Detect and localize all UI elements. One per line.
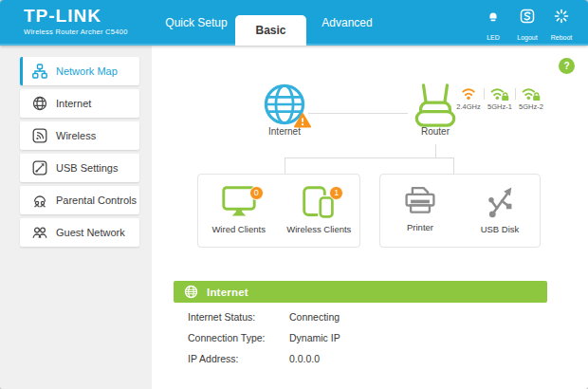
usb-disk-item[interactable]: USB Disk — [460, 185, 540, 247]
row-label: Internet Status: — [188, 311, 289, 323]
sidebar-item-wireless[interactable]: Wireless — [20, 121, 139, 150]
router-node-label: Router — [390, 126, 481, 137]
brand-block: TP-LINK Wireless Router Archer C5400 — [24, 7, 128, 36]
band-5ghz-2: 5GHz-2 — [517, 86, 545, 111]
usb-disk-icon — [484, 185, 516, 219]
reboot-icon — [554, 9, 569, 24]
main-tabs: Quick Setup Basic Advanced — [157, 0, 388, 46]
wired-clients-count-badge: 0 — [249, 186, 264, 200]
header-actions: LED Logout Reboot — [476, 0, 579, 46]
printer-item[interactable]: Printer — [380, 185, 460, 247]
led-icon — [486, 9, 501, 24]
led-label: LED — [476, 34, 510, 41]
internet-node[interactable] — [263, 83, 306, 126]
band-divider — [484, 88, 485, 100]
internet-node-label: Internet — [235, 126, 334, 137]
logout-label: Logout — [510, 34, 544, 41]
sidebar-item-label: Parental Controls — [56, 194, 137, 206]
line-router-stub — [435, 144, 436, 157]
band-divider — [515, 88, 516, 100]
peripherals-card: Printer USB Disk — [379, 174, 541, 248]
network-map-icon — [32, 64, 47, 79]
printer-icon — [403, 185, 437, 217]
band-label: 2.4GHz — [454, 102, 483, 111]
internet-status-value: Connecting — [289, 311, 340, 323]
usb-disk-label: USB Disk — [460, 224, 540, 234]
parental-controls-icon — [32, 193, 47, 208]
internet-panel-header: Internet — [174, 281, 547, 303]
band-5ghz-1: 5GHz-1 — [486, 86, 514, 111]
internet-status-row: Internet Status: Connecting — [188, 306, 548, 327]
reboot-button[interactable]: Reboot — [544, 0, 579, 46]
router-icon — [413, 83, 457, 128]
logout-button[interactable]: Logout — [510, 0, 544, 46]
connection-type-value: Dynamic IP — [289, 332, 340, 343]
reboot-label: Reboot — [544, 34, 579, 41]
network-map-panel: ? Internet — [152, 46, 588, 389]
sidebar-item-parental-controls[interactable]: Parental Controls — [20, 186, 139, 214]
sidebar-item-label: Network Map — [56, 65, 118, 77]
band-label: 5GHz-2 — [517, 102, 545, 111]
wired-clients-label: Wired Clients — [199, 224, 279, 234]
sidebar-item-label: Wireless — [56, 130, 96, 141]
led-button[interactable]: LED — [476, 0, 510, 46]
wireless-bands: 2.4GHz 5GHz-1 — [454, 86, 545, 111]
device-model-subtitle: Wireless Router Archer C5400 — [24, 28, 128, 36]
wired-clients-item[interactable]: 0 Wired Clients — [199, 185, 279, 247]
header-bar: TP-LINK Wireless Router Archer C5400 Qui… — [0, 0, 588, 46]
usb-settings-icon — [32, 160, 47, 176]
printer-label: Printer — [380, 222, 460, 232]
ip-address-value: 0.0.0.0 — [289, 353, 320, 364]
sidebar-item-label: USB Settings — [56, 162, 118, 174]
line-internet-router — [308, 113, 408, 114]
ip-address-row: IP Address: 0.0.0.0 — [188, 348, 548, 369]
sidebar-nav: Network Map Internet Wireless — [0, 46, 152, 389]
wireless-icon — [32, 128, 47, 143]
sidebar-item-label: Guest Network — [56, 227, 125, 238]
wifi-secured-icon — [522, 86, 541, 101]
sidebar-item-internet[interactable]: Internet — [20, 89, 139, 118]
wireless-clients-label: Wireless Clients — [279, 224, 358, 234]
clients-card: 0 Wired Clients 1 Wireless Clients — [197, 174, 360, 248]
sidebar-item-usb-settings[interactable]: USB Settings — [20, 154, 139, 182]
wireless-clients-count-badge: 1 — [329, 186, 343, 200]
line-branch-horizontal — [285, 157, 454, 158]
row-label: Connection Type: — [188, 332, 289, 343]
connection-type-row: Connection Type: Dynamic IP — [188, 327, 548, 348]
band-2-4ghz: 2.4GHz — [454, 86, 483, 111]
line-drop-peripherals — [453, 157, 454, 174]
row-label: IP Address: — [188, 353, 289, 364]
tab-quick-setup[interactable]: Quick Setup — [157, 0, 235, 46]
help-button[interactable]: ? — [559, 58, 575, 74]
sidebar-item-network-map[interactable]: Network Map — [20, 57, 139, 85]
wifi-secured-icon — [490, 86, 509, 101]
sidebar-item-guest-network[interactable]: Guest Network — [20, 218, 139, 247]
band-label: 5GHz-1 — [486, 102, 514, 111]
internet-panel-rows: Internet Status: Connecting Connection T… — [188, 306, 548, 369]
wifi-alert-icon — [459, 86, 478, 101]
internet-panel-title: Internet — [207, 287, 248, 298]
wireless-clients-item[interactable]: 1 Wireless Clients — [279, 185, 358, 247]
brand-logo: TP-LINK — [24, 7, 128, 26]
line-drop-clients — [285, 157, 285, 174]
router-admin-window: TP-LINK Wireless Router Archer C5400 Qui… — [0, 0, 588, 389]
logout-icon — [520, 9, 535, 24]
tab-basic[interactable]: Basic — [235, 15, 306, 46]
globe-icon — [184, 285, 198, 299]
tab-advanced[interactable]: Advanced — [306, 0, 388, 46]
sidebar-item-label: Internet — [56, 98, 91, 109]
guest-network-icon — [32, 225, 47, 240]
router-node[interactable] — [413, 83, 457, 128]
globe-icon — [32, 96, 47, 111]
